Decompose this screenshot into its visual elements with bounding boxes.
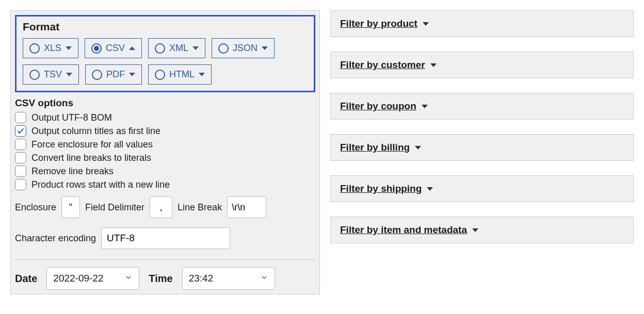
csv-option-label: Output UTF-8 BOM [31, 112, 112, 123]
csv-option-label: Output column titles as first line [31, 126, 160, 137]
filter-label: Filter by product [340, 18, 417, 29]
csv-option-label: Convert line breaks to literals [31, 153, 151, 163]
csv-options-title: CSV options [15, 97, 315, 109]
format-option-label: HTML [169, 69, 195, 80]
filters-panel: Filter by product Filter by customer Fil… [330, 10, 634, 243]
divider [15, 259, 315, 260]
csv-option-label: Remove line breaks [31, 166, 114, 177]
enclosure-input[interactable] [61, 196, 80, 218]
csv-option-row: Convert line breaks to literals [15, 151, 315, 164]
filter-label: Filter by item and metadata [340, 224, 467, 236]
format-option-csv[interactable]: CSV [85, 38, 142, 58]
csv-separator-row: Enclosure Field Delimiter Line Break [15, 196, 315, 218]
format-options: XLSCSVXMLJSONTSVPDFHTML [23, 38, 308, 85]
format-option-html[interactable]: HTML [148, 64, 212, 85]
time-label: Time [149, 273, 172, 285]
delimiter-input[interactable] [150, 196, 172, 218]
datetime-row: Date 2022-09-22 Time 23:42 [15, 267, 315, 290]
caret-down-icon [423, 22, 429, 26]
encoding-row: Character encoding [15, 227, 315, 249]
format-option-xml[interactable]: XML [148, 38, 205, 58]
filter-accordion[interactable]: Filter by product [330, 10, 634, 37]
linebreak-label: Line Break [178, 202, 222, 213]
filter-label: Filter by shipping [340, 183, 422, 194]
csv-option-row: Output column titles as first line [15, 124, 315, 138]
checkbox[interactable] [15, 125, 26, 137]
caret-down-icon [66, 46, 72, 50]
format-title: Format [23, 21, 308, 33]
date-label: Date [15, 273, 37, 285]
caret-down-icon [415, 146, 421, 150]
caret-down-icon [427, 187, 433, 191]
format-option-json[interactable]: JSON [212, 38, 275, 58]
encoding-label: Character encoding [15, 233, 96, 244]
csv-option-label: Product rows start with a new line [31, 179, 170, 190]
csv-option-label: Force enclosure for all values [31, 139, 153, 150]
linebreak-input[interactable] [227, 196, 266, 218]
caret-down-icon [199, 73, 205, 76]
filter-label: Filter by customer [340, 59, 425, 71]
csv-option-row: Output UTF-8 BOM [15, 111, 315, 124]
enclosure-label: Enclosure [15, 202, 56, 213]
radio-icon [155, 70, 165, 80]
caret-up-icon [129, 46, 135, 50]
caret-down-icon [129, 73, 135, 76]
filter-accordion[interactable]: Filter by item and metadata [330, 217, 634, 243]
caret-down-icon [422, 105, 428, 108]
checkbox[interactable] [15, 179, 26, 190]
radio-icon [91, 43, 102, 54]
filter-accordion[interactable]: Filter by coupon [330, 93, 634, 120]
radio-icon [29, 43, 40, 54]
caret-down-icon [430, 63, 437, 67]
caret-down-icon [66, 73, 72, 76]
format-option-label: PDF [106, 69, 125, 80]
delimiter-label: Field Delimiter [85, 202, 144, 213]
caret-down-icon [192, 46, 199, 50]
chevron-down-icon [260, 273, 268, 284]
filter-accordion[interactable]: Filter by billing [330, 134, 634, 161]
left-settings-panel: Format XLSCSVXMLJSONTSVPDFHTML CSV optio… [10, 10, 320, 294]
format-option-xls[interactable]: XLS [23, 38, 78, 58]
format-option-label: XML [169, 43, 188, 54]
filter-accordion[interactable]: Filter by shipping [330, 175, 634, 202]
checkbox[interactable] [15, 112, 26, 123]
format-section: Format XLSCSVXMLJSONTSVPDFHTML [15, 15, 315, 92]
caret-down-icon [472, 228, 478, 232]
date-select[interactable]: 2022-09-22 [46, 267, 139, 290]
csv-option-row: Product rows start with a new line [15, 178, 315, 191]
time-value: 23:42 [189, 273, 214, 284]
format-option-label: XLS [44, 43, 61, 54]
checkbox[interactable] [15, 139, 26, 150]
chevron-down-icon [124, 273, 133, 284]
filter-accordion[interactable]: Filter by customer [330, 52, 634, 78]
time-select[interactable]: 23:42 [182, 267, 275, 290]
date-value: 2022-09-22 [53, 273, 103, 284]
format-option-tsv[interactable]: TSV [23, 64, 79, 85]
format-option-label: TSV [44, 69, 62, 80]
csv-option-row: Remove line breaks [15, 164, 315, 178]
caret-down-icon [262, 46, 268, 50]
filter-label: Filter by billing [340, 142, 410, 153]
csv-options-list: Output UTF-8 BOMOutput column titles as … [15, 111, 315, 191]
format-option-label: CSV [106, 43, 125, 54]
radio-icon [218, 43, 229, 54]
radio-icon [92, 70, 102, 80]
format-option-pdf[interactable]: PDF [85, 64, 142, 85]
radio-icon [155, 43, 165, 54]
encoding-input[interactable] [101, 227, 230, 249]
csv-option-row: Force enclosure for all values [15, 138, 315, 151]
checkbox[interactable] [15, 166, 26, 177]
format-option-label: JSON [233, 43, 257, 54]
filter-label: Filter by coupon [340, 101, 416, 112]
checkbox[interactable] [15, 152, 26, 163]
radio-icon [29, 70, 40, 80]
